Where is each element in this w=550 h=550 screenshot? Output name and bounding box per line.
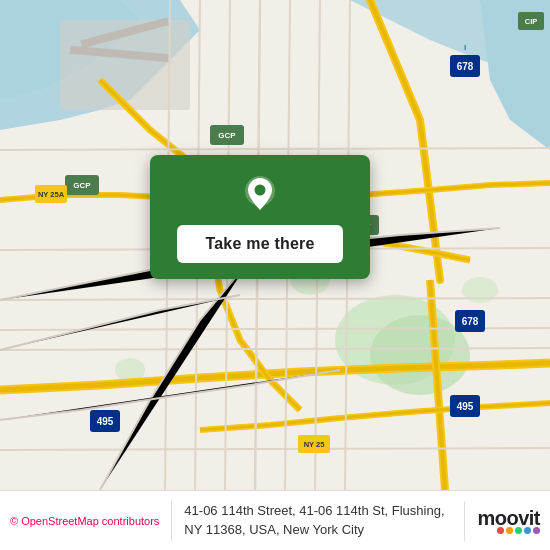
svg-text:NY 25A: NY 25A [38,190,65,199]
button-overlay: Take me there [150,155,370,279]
take-me-there-button[interactable]: Take me there [177,225,342,263]
svg-text:GCP: GCP [73,181,91,190]
svg-text:GCP: GCP [218,131,236,140]
divider-2 [464,501,465,541]
map-view: 678 I 678 495 495 GCP GCP GCP NY 25A NY … [0,0,550,490]
address-text: 41-06 114th Street, 41-06 114th St, Flus… [184,502,452,538]
openstreetmap-attribution: © OpenStreetMap contributors [10,515,159,527]
dot-green [515,527,522,534]
moovit-logo: moovit [477,507,540,534]
dot-blue [524,527,531,534]
svg-text:678: 678 [457,61,474,72]
location-pin-icon [239,173,281,215]
svg-text:NY 25: NY 25 [304,440,325,449]
dot-orange [506,527,513,534]
svg-point-48 [255,185,266,196]
svg-text:678: 678 [462,316,479,327]
dot-purple [533,527,540,534]
dot-red [497,527,504,534]
svg-text:I: I [464,43,466,52]
svg-text:495: 495 [457,401,474,412]
moovit-dots [497,527,540,534]
info-bar: © OpenStreetMap contributors 41-06 114th… [0,490,550,550]
divider [171,501,172,541]
svg-text:495: 495 [97,416,114,427]
svg-text:CIP: CIP [525,17,538,26]
